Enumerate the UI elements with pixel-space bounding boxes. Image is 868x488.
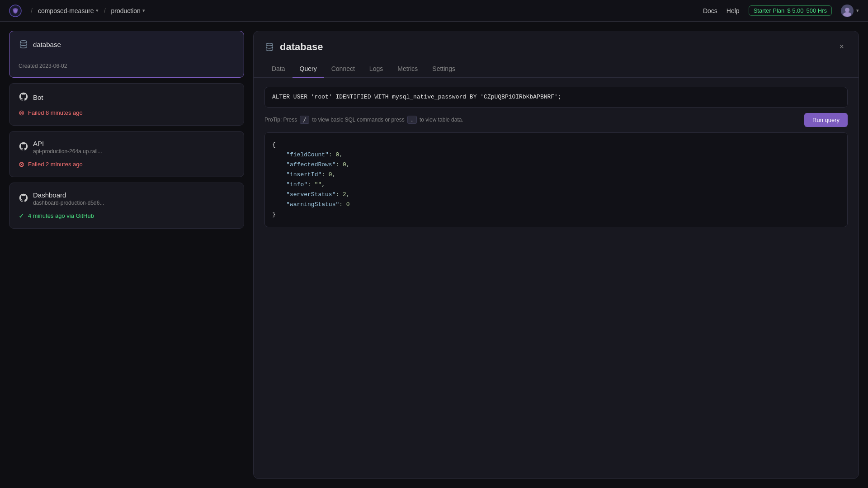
api-card-header: API api-production-264a.up.rail... [19, 140, 235, 155]
user-avatar-menu[interactable]: ▾ [841, 5, 859, 17]
protip-suffix: to view table data. [420, 117, 463, 123]
error-icon-api: ⊗ [19, 160, 24, 169]
error-icon-bot: ⊗ [19, 108, 24, 117]
dashboard-status-text: 4 minutes ago via GitHub [28, 212, 94, 219]
result-affected-rows: "affectedRows": 0, [272, 161, 350, 168]
api-status-text: Failed 2 minutes ago [28, 161, 83, 168]
query-actions-row: ProTip: Press / to view basic SQL comman… [264, 113, 848, 127]
breadcrumb-sep-1: / [31, 7, 33, 14]
svg-point-2 [843, 12, 851, 17]
tab-logs[interactable]: Logs [362, 61, 390, 78]
bot-card-title: Bot [33, 94, 43, 101]
database-card[interactable]: database Created 2023-06-02 [9, 31, 244, 78]
bot-card-header: Bot [19, 92, 235, 103]
api-card-status: ⊗ Failed 2 minutes ago [19, 160, 235, 169]
dashboard-card-status: ✓ 4 minutes ago via GitHub [19, 211, 235, 220]
bot-service-card[interactable]: Bot ⊗ Failed 8 minutes ago [9, 83, 244, 126]
result-info: "info": "", [272, 181, 325, 188]
success-icon-dashboard: ✓ [19, 211, 24, 220]
api-card-title: API [33, 140, 102, 147]
protip-mid: to view basic SQL commands or press [312, 117, 404, 123]
api-card-subtitle: api-production-264a.up.rail... [33, 148, 102, 155]
db-query-content: ALTER USER 'root' IDENTIFIED WITH mysql_… [254, 78, 859, 479]
query-input[interactable]: ALTER USER 'root' IDENTIFIED WITH mysql_… [272, 93, 840, 102]
db-tabs: Data Query Connect Logs Metrics Settings [254, 61, 859, 78]
result-insert-id: "insertId": 0, [272, 171, 335, 178]
db-modal-icon [264, 42, 274, 52]
result-close-brace: } [272, 211, 276, 218]
dashboard-card-header: Dashboard dashboard-production-d5d6... [19, 191, 235, 206]
run-query-button[interactable]: Run query [804, 113, 848, 127]
breadcrumb-sep-2: / [104, 7, 106, 14]
help-link[interactable]: Help [726, 7, 740, 14]
result-server-status: "serverStatus": 2, [272, 191, 350, 198]
protip-row: ProTip: Press / to view basic SQL comman… [264, 116, 463, 124]
dashboard-service-card[interactable]: Dashboard dashboard-production-d5d6... ✓… [9, 183, 244, 229]
query-input-container: ALTER USER 'root' IDENTIFIED WITH mysql_… [264, 87, 848, 108]
database-card-icon [19, 39, 28, 49]
db-modal-header: database × [254, 31, 859, 53]
tab-connect[interactable]: Connect [324, 61, 362, 78]
chevron-down-icon: ▾ [96, 8, 99, 14]
tab-query[interactable]: Query [292, 61, 324, 78]
db-modal-title: database [280, 41, 323, 53]
github-icon-api [19, 141, 28, 153]
dashboard-card-info: Dashboard dashboard-production-d5d6... [33, 191, 104, 206]
topnav: / composed-measure ▾ / production ▾ Docs… [0, 0, 868, 22]
right-panel: database × Data Query Connect Logs Metri… [253, 22, 868, 488]
plan-badge: Starter Plan $ 5.00 500 Hrs [749, 5, 832, 16]
main-area: database Created 2023-06-02 Bot ⊗ Failed… [0, 22, 868, 488]
tab-data[interactable]: Data [264, 61, 292, 78]
db-close-button[interactable]: × [835, 40, 848, 53]
app-logo[interactable] [9, 5, 22, 17]
tab-metrics[interactable]: Metrics [390, 61, 425, 78]
breadcrumb-composed-measure[interactable]: composed-measure ▾ [38, 7, 99, 14]
dashboard-card-subtitle: dashboard-production-d5d6... [33, 200, 104, 206]
docs-link[interactable]: Docs [703, 7, 717, 14]
result-warning-status: "warningStatus": 0 [272, 201, 350, 208]
svg-point-1 [845, 8, 849, 12]
api-service-card[interactable]: API api-production-264a.up.rail... ⊗ Fai… [9, 131, 244, 177]
database-card-meta: Created 2023-06-02 [19, 63, 235, 69]
protip-key-dot: . [407, 116, 417, 124]
db-modal: database × Data Query Connect Logs Metri… [253, 31, 859, 479]
protip-key-slash: / [300, 116, 309, 124]
query-result-area: { "fieldCount": 0, "affectedRows": 0, "i… [264, 132, 848, 228]
avatar-chevron-icon: ▾ [856, 8, 859, 14]
bot-status-text: Failed 8 minutes ago [28, 109, 83, 116]
result-open-brace: { [272, 141, 276, 148]
breadcrumb-production[interactable]: production ▾ [111, 7, 145, 14]
dashboard-card-title: Dashboard [33, 191, 104, 199]
database-card-title: database [33, 41, 61, 48]
bot-card-info: Bot [33, 94, 43, 101]
database-card-header: database [19, 39, 235, 49]
result-field-count: "fieldCount": 0, [272, 151, 343, 158]
left-panel: database Created 2023-06-02 Bot ⊗ Failed… [0, 22, 253, 488]
bot-card-status: ⊗ Failed 8 minutes ago [19, 108, 235, 117]
topnav-right: Docs Help Starter Plan $ 5.00 500 Hrs ▾ [703, 5, 859, 17]
chevron-down-icon-2: ▾ [142, 8, 145, 14]
api-card-info: API api-production-264a.up.rail... [33, 140, 102, 155]
github-icon-bot [19, 92, 28, 103]
protip-prefix: ProTip: Press [264, 117, 297, 123]
avatar [841, 5, 854, 17]
github-icon-dashboard [19, 193, 28, 204]
tab-settings[interactable]: Settings [425, 61, 462, 78]
